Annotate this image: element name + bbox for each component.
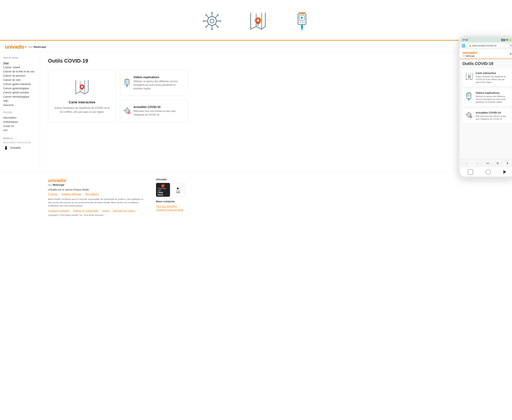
- card-carte-interactive[interactable]: Carte interactive Suivez l'évolution de …: [48, 70, 116, 122]
- sidebar-item-covid[interactable]: Covid-19: [3, 124, 37, 128]
- footer-editeurs-link[interactable]: Nos éditeurs: [85, 193, 99, 195]
- sidebar-item-vaccination[interactable]: Vaccination: [3, 116, 37, 120]
- svg-point-1: [210, 19, 214, 23]
- phone-card-videos[interactable]: Vidéos explicatives Obtenez un aperçu de…: [462, 89, 512, 106]
- sidebar-item-tout[interactable]: Tout: [3, 61, 37, 65]
- app-store-badge[interactable]: 🍎 Télécharger dans l'App Store: [156, 183, 170, 197]
- phone-content: Outils COVID-19: [460, 59, 512, 159]
- map-large-icon: [74, 78, 90, 96]
- card-actualites-text: Actualités COVID-19 Retrouvez tous nos a…: [133, 105, 185, 117]
- svg-point-13: [217, 26, 219, 28]
- main-content: Outils COVID-19 Ca: [40, 52, 512, 172]
- map-pin-icon-item: [247, 9, 269, 33]
- phone-tabs-button[interactable]: ⧉: [495, 161, 500, 166]
- mobile-app-row[interactable]: 📱 Univadis: [3, 145, 37, 150]
- card-videos[interactable]: Vidéos explicatives Obtenez un aperçu de…: [120, 70, 188, 96]
- phone-reload-button[interactable]: ↻: [510, 44, 512, 47]
- svg-marker-61: [468, 94, 469, 96]
- sidebar-item-cancer-gyneco[interactable]: Cancer gynécologique: [3, 86, 37, 90]
- battery-icon: 🔋: [509, 39, 512, 41]
- svg-marker-25: [301, 16, 304, 19]
- phone-back-triangle-button[interactable]: [503, 170, 506, 174]
- phone-site-header: univadis® from Medscape ≡: [460, 49, 512, 59]
- phone-card-actualites[interactable]: ✱ Actualités COVID-19 Retrouvez tous nos…: [462, 108, 512, 123]
- footer-parametrer-link[interactable]: Paramétrer les cookies: [113, 210, 135, 212]
- sidebar-item-cancer-cutane[interactable]: Cancer cutané: [3, 65, 37, 69]
- card-videos-desc: Obtenez un aperçu des différents vaccins…: [133, 80, 185, 90]
- footer-right: Univadis 🍎 Télécharger dans l'App Store …: [156, 178, 196, 216]
- phone-more-button[interactable]: •••: [485, 161, 491, 166]
- footer-col-title: Univadis: [156, 178, 196, 181]
- footer-sep4: -: [100, 210, 101, 212]
- phone-share-button[interactable]: ⬆: [504, 161, 510, 166]
- phone-card-actualites-text: Actualités COVID-19 Retrouvez tous nos a…: [476, 111, 509, 120]
- footer-email-link[interactable]: Contactez-nous par email: [156, 209, 196, 211]
- sidebar-item-antibiotiques[interactable]: Antibiotiques: [3, 120, 37, 124]
- sidebar-item-cancer-poumon[interactable]: Cancer du poumon: [3, 74, 37, 78]
- footer-bottom-links: Conditions d'utilisation - Politique de …: [48, 210, 144, 212]
- svg-point-49: [127, 113, 127, 114]
- svg-point-9: [220, 20, 221, 22]
- footer-sep5: -: [111, 210, 112, 212]
- svg-point-3: [211, 12, 213, 14]
- sidebar-item-snc[interactable]: SNC: [3, 99, 37, 103]
- phone-card-carte[interactable]: Carte interactive Suivez l'évolution de …: [462, 69, 512, 87]
- content-layout: ONCOLOGIE Tout Cancer cutané Cancer de l…: [0, 52, 512, 172]
- sidebar-item-cancer-tete[interactable]: Cancer de la tête et du cou: [3, 69, 37, 74]
- footer-sep3: -: [71, 210, 72, 212]
- phone-hamburger-icon[interactable]: ≡: [509, 52, 512, 56]
- svg-point-31: [301, 28, 303, 30]
- footer-contact-title: Nous contacter: [156, 200, 196, 203]
- svg-line-16: [207, 24, 209, 26]
- signal-icon: ▐▐▐: [501, 39, 505, 41]
- lock-icon: 🔒: [469, 45, 471, 47]
- sidebar-item-cancer-gastro[interactable]: Cancer gastro-intestinal: [3, 82, 37, 86]
- card-actualites[interactable]: ✱ Actualités COVID-19 Retrouvez tous nos…: [120, 100, 188, 122]
- phone-time: 17:12: [462, 38, 468, 41]
- card-actualites-desc: Retrouvez tous nos articles en lien avec…: [133, 109, 185, 117]
- footer-logo-univadis: univadis: [48, 178, 66, 183]
- footer-politique-link[interactable]: Politique éditoriale: [61, 193, 81, 195]
- svg-line-12: [215, 24, 217, 26]
- phone-card-carte-title: Carte interactive: [476, 72, 509, 75]
- phone-page-title: Outils COVID-19: [462, 61, 512, 66]
- card-actualites-icon: ✱: [123, 107, 130, 115]
- sidebar-item-vih[interactable]: VIH: [3, 128, 37, 132]
- sidebar-item-sarcome[interactable]: Sarcome: [3, 103, 37, 107]
- sidebar-item-cancer-sein[interactable]: Cancer du sein: [3, 78, 37, 82]
- footer-apropos-link[interactable]: À propos: [48, 193, 58, 195]
- footer-logo-from: from: [48, 184, 52, 186]
- card-carte-title: Carte interactive: [69, 100, 95, 104]
- sidebar-item-cancer-genito[interactable]: Cancer génito-urinaire: [3, 90, 37, 95]
- svg-point-51: [124, 110, 124, 111]
- card-videos-title: Vidéos explicatives: [133, 75, 185, 79]
- footer-cookies-link[interactable]: Cookies: [102, 210, 110, 212]
- footer-faq-link[interactable]: Foire aux questions: [156, 205, 196, 208]
- phone-home-button[interactable]: [486, 169, 491, 174]
- covid-card-icon: ✱: [123, 107, 130, 114]
- logo-univadis: univadis: [5, 44, 24, 50]
- page-title: Outils COVID-19: [48, 58, 504, 64]
- phone-forward-button[interactable]: →: [474, 161, 480, 166]
- virus-icon: [201, 10, 223, 32]
- phone-logo-area: univadis® from Medscape: [462, 51, 478, 57]
- vaccine-icon-item: [293, 8, 311, 34]
- footer-logo-medscape: Medscape: [53, 184, 64, 186]
- google-play-badge[interactable]: ▶ Google Play: [171, 183, 185, 197]
- footer-confidentialite-link[interactable]: Politique de confidentialité: [73, 210, 99, 212]
- oncologie-title: ONCOLOGIE: [3, 57, 37, 59]
- phone-card-videos-title: Vidéos explicatives: [476, 91, 509, 94]
- phone-nav-bar: ← → ••• ⧉ ⬆: [460, 159, 512, 167]
- phone-card-carte-text: Carte interactive Suivez l'évolution de …: [476, 72, 509, 84]
- sidebar-item-cancer-hemato[interactable]: Cancer hématologique: [3, 95, 37, 99]
- svg-point-47: [127, 107, 127, 108]
- phone-square-button[interactable]: [468, 169, 473, 174]
- phone-back-button[interactable]: ←: [464, 161, 470, 166]
- footer-conditions-link[interactable]: Conditions d'utilisation: [48, 210, 70, 212]
- footer-sep1: -: [59, 193, 60, 195]
- card-carte-desc: Suivez l'évolution de l'épidémie de COVI…: [53, 106, 111, 114]
- card-videos-icon: [123, 78, 130, 88]
- vaccine-icon: [293, 8, 311, 34]
- svg-rect-63: [468, 98, 469, 100]
- focus-title: FOCUS: [3, 111, 37, 113]
